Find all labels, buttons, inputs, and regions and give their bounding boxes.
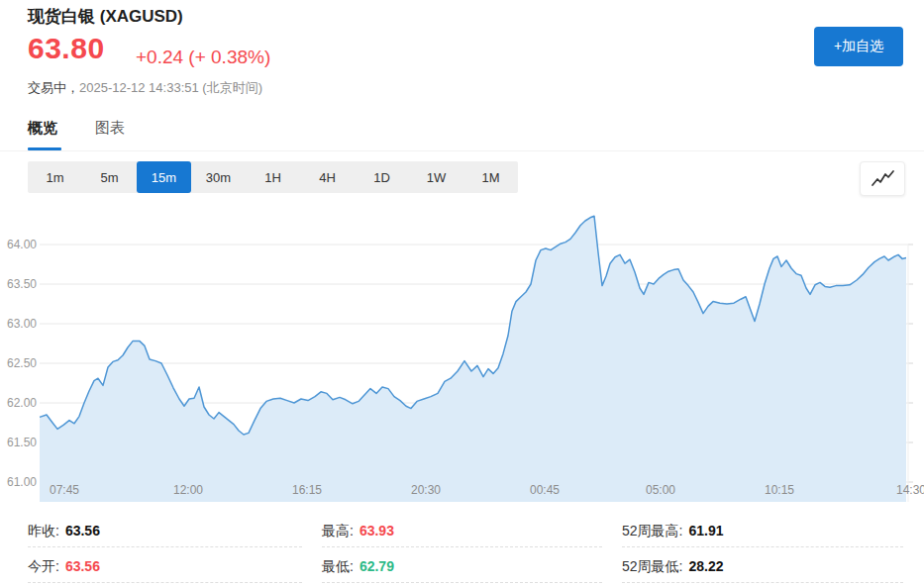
x-axis-label: 20:30 xyxy=(411,483,441,497)
stat-prev-close: 昨收:63.56 xyxy=(28,516,302,547)
page-title: 现货白银 (XAGUSD) xyxy=(28,5,183,28)
price-area-fill xyxy=(40,216,906,502)
timeframe-1w[interactable]: 1W xyxy=(409,161,463,193)
chart-type-button[interactable] xyxy=(860,161,905,196)
stat-week52-low: 52周最低:28.22 xyxy=(622,551,903,583)
stat-day-low: 最低:62.79 xyxy=(322,551,602,583)
x-axis-label: 14:30 xyxy=(896,483,924,497)
add-watchlist-button[interactable]: +加自选 xyxy=(814,27,903,66)
x-axis-label: 16:15 xyxy=(292,483,322,497)
stat-week52-high: 52周最高:61.91 xyxy=(622,516,903,547)
tab-chart[interactable]: 图表 xyxy=(95,119,125,138)
stat-label: 最高: xyxy=(322,523,354,538)
y-axis-label: 63.50 xyxy=(7,277,37,291)
timestamp: 2025-12-12 14:33:51 (北京时间) xyxy=(79,80,262,95)
timeframe-15m[interactable]: 15m xyxy=(137,161,191,193)
x-axis-label: 10:15 xyxy=(765,483,794,497)
tab-overview[interactable]: 概览 xyxy=(28,119,57,138)
price-area-chart[interactable]: 64.0063.5063.0062.5062.0061.5061.0007:45… xyxy=(0,208,924,505)
x-axis-label: 00:45 xyxy=(530,483,560,497)
stat-value: 28.22 xyxy=(688,558,723,574)
tab-bar: 概览图表 xyxy=(0,115,924,151)
stat-value: 63.93 xyxy=(359,523,394,538)
trading-status-row: 交易中，2025-12-12 14:33:51 (北京时间) xyxy=(28,79,262,97)
timeframe-30m[interactable]: 30m xyxy=(191,161,246,193)
x-axis-label: 05:00 xyxy=(646,483,675,497)
y-axis-label: 64.00 xyxy=(7,238,37,251)
y-axis-label: 61.50 xyxy=(7,436,37,449)
trading-status: 交易中， xyxy=(28,80,79,95)
stat-value: 63.56 xyxy=(65,523,100,538)
active-tab-underline xyxy=(28,147,61,150)
price-change: +0.24 (+ 0.38%) xyxy=(136,47,270,68)
timeframe-1h[interactable]: 1H xyxy=(246,161,300,193)
timeframe-4h[interactable]: 4H xyxy=(300,161,355,193)
x-axis-label: 12:00 xyxy=(173,483,203,497)
stat-value: 63.56 xyxy=(65,558,100,574)
timeframe-bar: 1m5m15m30m1H4H1D1W1M xyxy=(28,161,518,193)
timeframe-1m[interactable]: 1m xyxy=(28,161,82,193)
stat-label: 今开: xyxy=(28,558,59,574)
stat-open: 今开:63.56 xyxy=(28,551,302,583)
x-axis-label: 07:45 xyxy=(50,483,79,497)
stat-label: 最低: xyxy=(322,558,354,574)
trend-line-icon xyxy=(870,169,895,189)
y-axis-label: 63.00 xyxy=(7,317,37,331)
timeframe-1m[interactable]: 1M xyxy=(463,161,518,193)
current-price: 63.80 xyxy=(28,32,105,65)
timeframe-1d[interactable]: 1D xyxy=(355,161,409,193)
stat-label: 52周最高: xyxy=(622,523,682,538)
timeframe-5m[interactable]: 5m xyxy=(82,161,137,193)
stat-value: 62.79 xyxy=(359,558,394,574)
stat-label: 昨收: xyxy=(28,523,59,538)
stat-value: 61.91 xyxy=(688,523,723,538)
stat-label: 52周最低: xyxy=(622,558,682,574)
stat-day-high: 最高:63.93 xyxy=(322,516,602,547)
y-axis-label: 62.50 xyxy=(7,356,37,370)
y-axis-label: 61.00 xyxy=(7,475,37,489)
y-axis-label: 62.00 xyxy=(7,396,37,410)
